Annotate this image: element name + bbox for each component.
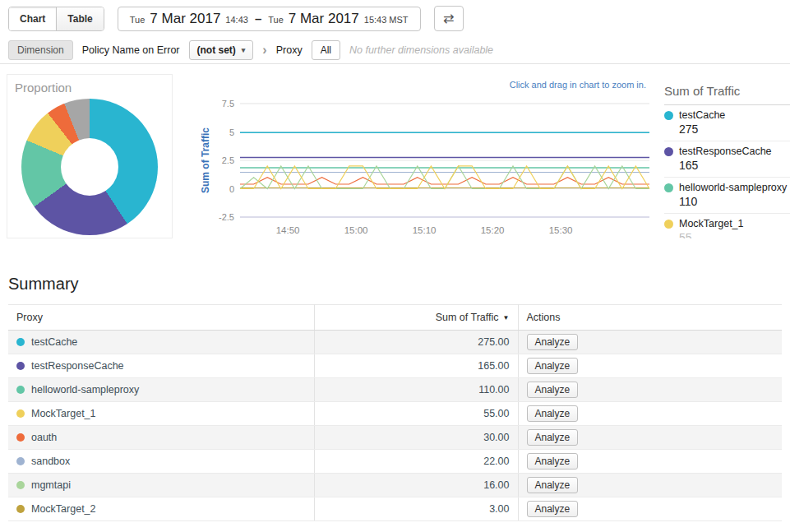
chart-legend: Sum of Traffic testCache275testResponseC…	[658, 74, 790, 238]
proxy-cell: oauth	[8, 426, 314, 450]
y-tick-label: 0	[229, 184, 234, 194]
dimension-name: Policy Name on Error	[82, 44, 180, 56]
proxy-name: oauth	[31, 432, 57, 443]
proxy-cell: helloworld-sampleproxy	[8, 378, 314, 402]
actions-cell: Analyze	[518, 426, 782, 450]
date-range-picker[interactable]: Tue 7 Mar 2017 14:43 – Tue 7 Mar 2017 15…	[118, 7, 421, 31]
actions-cell: Analyze	[518, 497, 782, 521]
start-time: 14:43	[225, 15, 248, 25]
end-time: 15:43 MST	[364, 15, 409, 25]
table-row: mgmtapi16.00Analyze	[8, 474, 782, 497]
legend-item[interactable]: testCache275	[664, 105, 790, 141]
y-tick-label: 5	[229, 127, 234, 137]
start-day: Tue	[130, 15, 146, 25]
summary-section: Summary Proxy Sum of Traffic▼ Actions te…	[0, 275, 790, 521]
proxy-filter-all-button[interactable]: All	[312, 40, 340, 60]
analyze-button[interactable]: Analyze	[527, 477, 579, 493]
y-axis-label: Sum of Traffic	[200, 127, 211, 193]
analyze-button[interactable]: Analyze	[527, 358, 579, 374]
column-header-proxy[interactable]: Proxy	[8, 305, 314, 331]
end-day: Tue	[268, 15, 284, 25]
proxy-cell: testResponseCache	[8, 354, 314, 378]
traffic-value: 3.00	[314, 497, 518, 521]
traffic-value: 16.00	[314, 474, 518, 497]
proxy-color-dot	[16, 433, 25, 442]
refresh-button[interactable]: ⇄	[434, 6, 464, 31]
proxy-cell: sandbox	[8, 450, 314, 474]
line-chart-svg[interactable]: 7.552.50-2.514:5015:0015:1015:2015:30Sum…	[197, 92, 658, 247]
table-row: testResponseCache165.00Analyze	[8, 354, 782, 378]
donut-hole	[61, 138, 118, 196]
column-header-traffic-label: Sum of Traffic	[436, 312, 499, 323]
table-row: testCache275.00Analyze	[8, 331, 782, 354]
top-toolbar: Chart Table Tue 7 Mar 2017 14:43 – Tue 7…	[0, 0, 790, 37]
table-row: MockTarget_23.00Analyze	[8, 497, 782, 521]
proxy-color-dot	[16, 457, 25, 465]
table-header-row: Proxy Sum of Traffic▼ Actions	[8, 305, 782, 331]
end-date: 7 Mar 2017	[289, 11, 359, 27]
x-tick-label: 14:50	[276, 225, 300, 235]
series-line	[240, 178, 649, 184]
summary-table: Proxy Sum of Traffic▼ Actions testCache2…	[8, 304, 782, 521]
table-row: sandbox22.00Analyze	[8, 450, 782, 474]
proportion-panel: Proportion	[7, 74, 173, 238]
x-tick-label: 15:30	[549, 225, 573, 235]
table-view-button[interactable]: Table	[56, 7, 103, 30]
legend-value: 110	[679, 195, 790, 208]
legend-item[interactable]: MockTarget_155	[664, 214, 790, 238]
traffic-value: 55.00	[314, 402, 518, 426]
legend-swatch	[664, 147, 673, 156]
table-row: oauth30.00Analyze	[8, 426, 782, 450]
x-tick-label: 15:20	[481, 225, 505, 235]
view-toggle: Chart Table	[8, 7, 104, 31]
proxy-color-dot	[16, 505, 25, 513]
proxy-name: helloworld-sampleproxy	[31, 384, 139, 396]
table-row: helloworld-sampleproxy110.00Analyze	[8, 378, 782, 402]
proxy-name: sandbox	[31, 456, 70, 467]
sort-desc-icon: ▼	[503, 314, 510, 322]
x-tick-label: 15:00	[344, 225, 368, 235]
legend-swatch	[664, 220, 673, 229]
traffic-value: 165.00	[314, 354, 518, 378]
zoom-hint: Click and drag in chart to zoom in.	[510, 80, 646, 90]
analyze-button[interactable]: Analyze	[527, 405, 579, 422]
analyze-button[interactable]: Analyze	[527, 382, 579, 398]
proportion-donut[interactable]	[21, 99, 158, 235]
legend-swatch	[664, 183, 673, 192]
actions-cell: Analyze	[518, 402, 782, 426]
proxy-color-dot	[16, 481, 25, 489]
column-header-traffic[interactable]: Sum of Traffic▼	[314, 305, 518, 331]
actions-cell: Analyze	[518, 378, 782, 402]
table-row: MockTarget_155.00Analyze	[8, 402, 782, 426]
legend-label: MockTarget_1	[679, 218, 744, 229]
legend-item[interactable]: testResponseCache165	[664, 141, 790, 178]
column-header-actions: Actions	[518, 305, 782, 331]
proxy-cell: testCache	[8, 331, 314, 354]
legend-item[interactable]: helloworld-sampleproxy110	[664, 178, 790, 214]
analyze-button[interactable]: Analyze	[527, 334, 579, 350]
legend-value: 165	[679, 159, 790, 172]
dimension-bar: Dimension Policy Name on Error (not set)…	[0, 37, 790, 64]
chart-view-button[interactable]: Chart	[9, 7, 56, 30]
dimension-chip: Dimension	[8, 40, 73, 60]
line-chart-area: Click and drag in chart to zoom in. 7.55…	[197, 74, 658, 238]
proxy-name: mgmtapi	[31, 479, 71, 491]
legend-value: 275	[679, 123, 790, 136]
analytics-dashboard: Chart Table Tue 7 Mar 2017 14:43 – Tue 7…	[0, 0, 790, 521]
y-tick-label: 7.5	[222, 99, 234, 109]
analyze-button[interactable]: Analyze	[527, 501, 579, 517]
proxy-name: MockTarget_1	[31, 408, 96, 419]
analyze-button[interactable]: Analyze	[527, 429, 579, 446]
legend-label: testCache	[679, 109, 725, 121]
chevron-down-icon: ▾	[242, 46, 246, 54]
y-tick-label: 2.5	[222, 155, 234, 165]
dimension-value-dropdown[interactable]: (not set) ▾	[189, 40, 254, 60]
analyze-button[interactable]: Analyze	[527, 453, 579, 470]
proxy-color-dot	[16, 362, 25, 370]
proxy-color-dot	[16, 409, 25, 418]
y-tick-label: -2.5	[219, 212, 234, 222]
proxy-name: MockTarget_2	[31, 503, 96, 515]
legend-label: testResponseCache	[679, 146, 772, 157]
no-dimensions-note: No further dimensions available	[349, 44, 493, 56]
actions-cell: Analyze	[518, 474, 782, 497]
